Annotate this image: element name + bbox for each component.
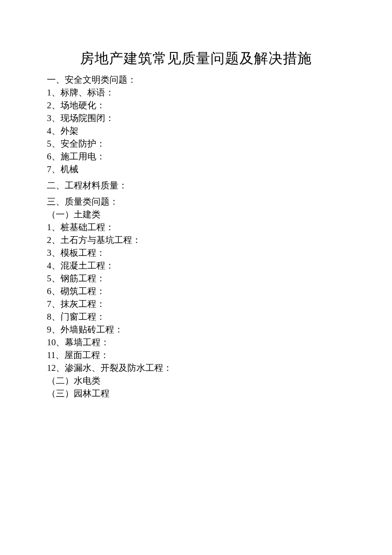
section-1-item: 4、外架: [47, 124, 345, 137]
section-3-item: 9、外墙贴砖工程：: [47, 323, 345, 336]
section-3-item: 6、砌筑工程：: [47, 285, 345, 298]
section-1-item: 2、场地硬化：: [47, 99, 345, 112]
section-3-item: 10、幕墙工程：: [47, 336, 345, 349]
section-1-item: 5、安全防护：: [47, 137, 345, 150]
section-1-item: 6、施工用电：: [47, 150, 345, 163]
section-3-sub1: （一）土建类: [47, 208, 345, 221]
section-3-item: 5、钢筋工程：: [47, 272, 345, 285]
section-3-header: 三、质量类问题：: [47, 195, 345, 208]
section-3-item: 2、土石方与基坑工程：: [47, 234, 345, 246]
section-1-header: 一、安全文明类问题：: [47, 73, 345, 86]
section-1-item: 3、现场院围闭：: [47, 112, 345, 124]
section-3-item: 4、混凝土工程：: [47, 259, 345, 272]
section-3-sub3: （三）园林工程: [47, 387, 345, 400]
section-1-item: 1、标牌、标语：: [47, 86, 345, 99]
section-3-item: 11、屋面工程：: [47, 349, 345, 361]
section-3-item: 7、抹灰工程：: [47, 298, 345, 310]
section-3-item: 12、渗漏水、开裂及防水工程：: [47, 361, 345, 374]
section-3-item: 3、模板工程：: [47, 246, 345, 259]
section-3-item: 8、门窗工程：: [47, 310, 345, 323]
section-2-header: 二、工程材料质量：: [47, 179, 345, 192]
section-3-sub2: （二）水电类: [47, 374, 345, 387]
document-title: 房地产建筑常见质量问题及解决措施: [47, 49, 345, 68]
section-3-item: 1、桩基础工程：: [47, 221, 345, 234]
section-1-item: 7、机械: [47, 163, 345, 176]
